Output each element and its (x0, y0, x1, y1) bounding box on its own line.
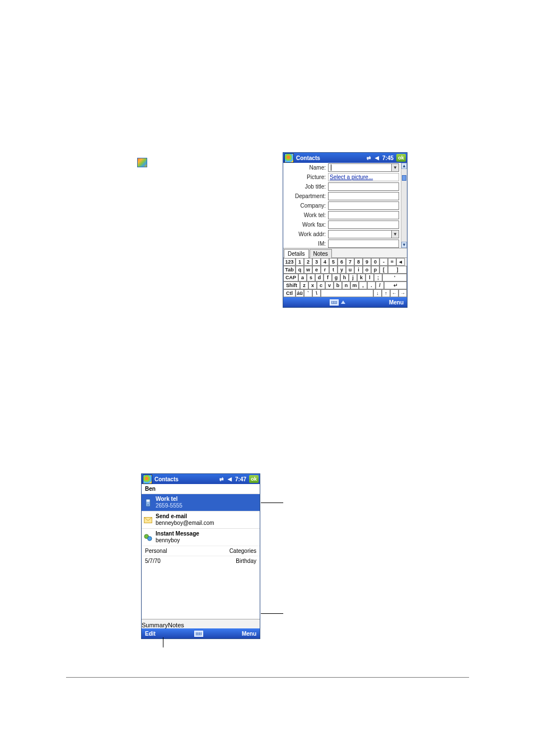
key-comma[interactable]: , (359, 281, 367, 289)
im-field[interactable] (328, 240, 399, 248)
key-4[interactable]: 4 (321, 258, 329, 266)
contact-worktel-item[interactable]: Work tel 2659-5555 (142, 494, 260, 511)
name-field[interactable]: ▼ (328, 163, 399, 172)
workaddr-field[interactable]: ▼ (328, 230, 399, 238)
key-y[interactable]: y (338, 266, 346, 274)
contact-im-item[interactable]: Instant Message bennyboy (142, 528, 260, 546)
key-q[interactable]: q (296, 266, 304, 274)
key-v[interactable]: v (325, 281, 334, 289)
key-shift[interactable]: Shift (283, 281, 300, 289)
key-m[interactable]: m (350, 281, 359, 289)
key-space[interactable] (321, 289, 373, 297)
ok-button[interactable]: ok (396, 154, 406, 162)
key-7[interactable]: 7 (346, 258, 354, 266)
key-backspace[interactable]: ◄ (396, 258, 405, 266)
key-j[interactable]: j (349, 274, 357, 281)
connectivity-icon[interactable]: ⇄ (366, 155, 372, 161)
worktel-field[interactable] (328, 211, 399, 219)
key-tab[interactable]: Tab (283, 266, 296, 274)
start-menu-icon[interactable] (284, 153, 294, 163)
key-enter[interactable]: ↵ (384, 281, 407, 289)
menu-softkey[interactable]: Menu (389, 299, 404, 306)
name-dropdown-arrow[interactable]: ▼ (391, 164, 399, 171)
key-r[interactable]: r (321, 266, 329, 274)
key-a[interactable]: a (298, 274, 307, 281)
start-flag-icon[interactable] (137, 158, 147, 167)
key-s[interactable]: s (307, 274, 315, 281)
key-x[interactable]: x (308, 281, 317, 289)
key-arrow-right[interactable]: → (399, 289, 407, 297)
key-d[interactable]: d (315, 274, 324, 281)
select-picture-link[interactable]: Select a picture... (328, 173, 399, 181)
key-n[interactable]: n (342, 281, 350, 289)
clock[interactable]: 7:45 (382, 155, 394, 161)
key-6[interactable]: 6 (338, 258, 346, 266)
tab-notes[interactable]: Notes (168, 622, 184, 628)
scroll-thumb[interactable] (402, 175, 406, 181)
key-3[interactable]: 3 (312, 258, 321, 266)
key-u[interactable]: u (346, 266, 354, 274)
key-f[interactable]: f (324, 274, 332, 281)
workfax-field[interactable] (328, 220, 399, 229)
key-backtick[interactable]: ` (304, 289, 312, 297)
key-0[interactable]: 0 (371, 258, 380, 266)
keyboard-toggle-icon[interactable] (194, 631, 203, 637)
key-equals[interactable]: = (388, 258, 396, 266)
key-apostrophe[interactable]: ' (382, 274, 407, 281)
key-h[interactable]: h (340, 274, 349, 281)
key-z[interactable]: z (300, 281, 308, 289)
key-8[interactable]: 8 (354, 258, 363, 266)
key-123[interactable]: 123 (283, 258, 296, 266)
key-o[interactable]: o (363, 266, 371, 274)
key-lbracket[interactable]: [ (380, 266, 388, 274)
key-9[interactable]: 9 (363, 258, 371, 266)
key-2[interactable]: 2 (304, 258, 312, 266)
key-l[interactable]: l (366, 274, 374, 281)
key-accented[interactable]: áü (296, 289, 304, 297)
key-5[interactable]: 5 (329, 258, 338, 266)
title-bar: Contacts ⇄ ◀ 7:47 ok (142, 474, 260, 484)
key-e[interactable]: e (312, 266, 321, 274)
keyboard-toggle-icon[interactable] (330, 299, 339, 306)
contact-email-item[interactable]: Send e-mail benneyboy@email.com (142, 511, 260, 528)
input-method-arrow-icon[interactable] (341, 300, 345, 304)
company-field[interactable] (328, 201, 399, 210)
clock[interactable]: 7:47 (235, 476, 246, 482)
key-i[interactable]: i (354, 266, 363, 274)
key-slash[interactable]: / (376, 281, 384, 289)
scroll-up-arrow[interactable]: ▲ (401, 163, 407, 169)
volume-icon[interactable]: ◀ (227, 476, 233, 482)
key-t[interactable]: t (329, 266, 338, 274)
key-semicolon[interactable]: ; (374, 274, 382, 281)
scroll-down-arrow[interactable]: ▼ (401, 242, 407, 248)
tab-details[interactable]: Details (284, 249, 309, 258)
workaddr-dropdown-arrow[interactable]: ▼ (391, 231, 399, 238)
key-g[interactable]: g (332, 274, 340, 281)
menu-softkey[interactable]: Menu (242, 631, 256, 637)
vertical-scrollbar[interactable]: ▲ ▼ (401, 163, 407, 248)
key-arrow-down[interactable]: ↓ (373, 289, 382, 297)
key-minus[interactable]: - (380, 258, 388, 266)
key-c[interactable]: c (317, 281, 325, 289)
volume-icon[interactable]: ◀ (374, 155, 381, 161)
key-backslash[interactable]: \ (312, 289, 321, 297)
tab-summary[interactable]: Summary (142, 622, 168, 628)
key-w[interactable]: w (304, 266, 312, 274)
key-caps[interactable]: CAP (283, 274, 298, 281)
edit-softkey[interactable]: Edit (145, 631, 156, 637)
key-p[interactable]: p (371, 266, 380, 274)
department-field[interactable] (328, 192, 399, 200)
key-period[interactable]: . (367, 281, 376, 289)
key-arrow-left[interactable]: ← (390, 289, 399, 297)
connectivity-icon[interactable]: ⇄ (218, 476, 225, 482)
key-rbracket[interactable]: ] (388, 266, 407, 274)
ok-button[interactable]: ok (249, 475, 259, 483)
start-menu-icon[interactable] (143, 475, 152, 484)
key-b[interactable]: b (334, 281, 342, 289)
key-ctl[interactable]: Ctl (283, 289, 296, 297)
jobtitle-field[interactable] (328, 182, 399, 191)
tab-notes[interactable]: Notes (310, 249, 332, 258)
key-1[interactable]: 1 (296, 258, 304, 266)
key-arrow-up[interactable]: ↑ (382, 289, 390, 297)
key-k[interactable]: k (357, 274, 366, 281)
